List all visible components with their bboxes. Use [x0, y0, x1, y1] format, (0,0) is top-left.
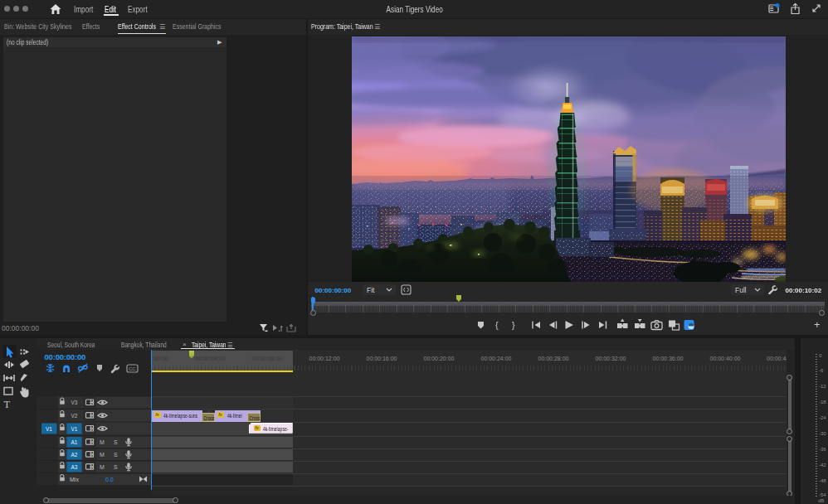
svg-text:M: M: [100, 464, 105, 470]
svg-text:A3: A3: [71, 464, 78, 470]
svg-text:A1: A1: [71, 439, 78, 445]
svg-text:T: T: [4, 399, 11, 410]
svg-text:V3: V3: [71, 400, 78, 405]
svg-text:V1: V1: [71, 426, 78, 432]
svg-text:S: S: [114, 464, 118, 470]
svg-text:{: {: [495, 320, 499, 330]
svg-text:M: M: [100, 452, 105, 458]
svg-text:A2: A2: [71, 452, 78, 458]
svg-text:Mix: Mix: [70, 477, 79, 482]
svg-text:CC: CC: [129, 366, 136, 371]
svg-text:M: M: [100, 439, 105, 445]
svg-text:}: }: [512, 320, 515, 330]
svg-text:S: S: [114, 439, 118, 445]
svg-text:V2: V2: [71, 413, 78, 419]
svg-text:V1: V1: [46, 426, 52, 432]
svg-text:0.0: 0.0: [105, 477, 114, 482]
svg-text:S: S: [114, 452, 118, 458]
